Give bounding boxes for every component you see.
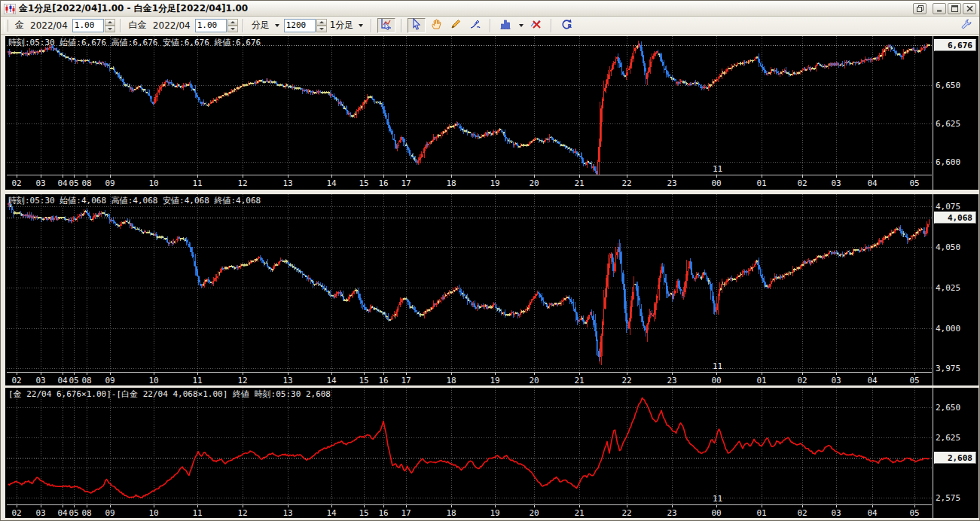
time-axis-tick <box>451 373 452 375</box>
restore-window-button[interactable] <box>913 3 927 14</box>
time-axis-tick <box>534 505 535 507</box>
time-axis-tick <box>288 373 289 375</box>
time-axis-label: 04 <box>57 508 67 518</box>
time-axis-tick <box>802 505 803 507</box>
delete-drawings-button[interactable] <box>527 18 545 33</box>
time-axis-label: 14 <box>326 508 336 518</box>
time-axis-label: 05 <box>909 508 919 518</box>
refresh-button[interactable]: R <box>557 18 575 33</box>
time-axis-label: 09 <box>105 178 114 188</box>
time-axis-label: 16 <box>378 376 388 385</box>
pencil-button[interactable] <box>447 18 465 33</box>
chevron-down-icon <box>275 24 279 27</box>
spread-chart-panel: [金 22/04 6,676×1.00]-[白金 22/04 4,068×1.0… <box>5 388 978 518</box>
pan-hand-button[interactable] <box>427 18 445 33</box>
toolbar: 金 2022/04 白金 2022/04 分足 1分足 <box>1 17 979 35</box>
time-axis-label: 10 <box>148 178 158 188</box>
time-axis-tick <box>87 175 87 178</box>
bar-count-stepper[interactable] <box>316 19 327 32</box>
time-axis-label: 04 <box>867 178 877 188</box>
spread-plot-area[interactable] <box>7 388 932 504</box>
time-axis-tick <box>762 373 762 375</box>
close-button[interactable] <box>963 3 976 14</box>
gold-multiplier-input[interactable] <box>72 19 104 32</box>
platinum-month-label[interactable]: 2022/04 <box>153 20 191 31</box>
time-axis-tick <box>872 175 873 178</box>
time-axis-tick <box>74 505 75 507</box>
svg-text:R: R <box>568 23 572 29</box>
time-axis-tick <box>74 175 75 178</box>
platinum-multiplier-stepper[interactable] <box>227 19 238 32</box>
time-axis-tick <box>63 175 63 178</box>
time-axis-tick <box>41 373 41 375</box>
app-candlestick-icon <box>4 3 16 14</box>
time-axis-label: 17 <box>401 508 411 518</box>
time-axis-tick <box>451 505 452 507</box>
time-axis-label: 04 <box>57 376 67 385</box>
delete-drawings-icon <box>530 18 542 32</box>
time-axis-tick <box>63 373 63 375</box>
price-axis-label: 3,975 <box>936 364 960 373</box>
time-axis-tick <box>914 373 915 375</box>
time-axis-label: 02 <box>11 178 21 188</box>
price-axis-label: 4,075 <box>936 202 960 212</box>
time-axis-label: 16 <box>378 508 388 518</box>
time-axis-label: 19 <box>490 376 499 385</box>
toolbar-separator <box>371 19 372 32</box>
time-axis-tick <box>762 175 762 178</box>
chart-cursor-button[interactable] <box>377 18 395 33</box>
time-axis-label: 20 <box>529 508 539 518</box>
time-axis-tick <box>197 175 198 178</box>
time-axis-tick <box>110 175 111 178</box>
gold-plot-area[interactable] <box>7 36 932 175</box>
time-axis-tick <box>627 505 627 507</box>
time-axis-label: 15 <box>359 178 368 188</box>
time-axis-label: 05 <box>69 178 78 188</box>
time-axis-tick <box>383 175 384 178</box>
time-axis-tick <box>579 175 580 178</box>
time-axis-label: 18 <box>446 376 456 385</box>
time-axis-label: 10 <box>148 376 158 385</box>
fountain-pen-button[interactable] <box>466 18 484 33</box>
gold-label: 金 <box>15 19 24 32</box>
time-axis-tick <box>914 505 915 507</box>
time-axis-label: 00 <box>711 376 721 385</box>
minimize-button[interactable] <box>933 3 946 14</box>
time-axis-label: 09 <box>105 508 114 518</box>
time-axis-tick <box>579 373 580 375</box>
gold-month-label[interactable]: 2022/04 <box>30 20 68 31</box>
interval-dropdown[interactable]: 1分足 <box>330 19 354 32</box>
price-axis-label: 6,625 <box>936 119 960 129</box>
chevron-down-icon <box>519 24 524 27</box>
title-bar[interactable]: 金1分足[2022/04]1.00 - 白金1分足[2022/04]1.00 <box>1 1 979 17</box>
platinum-current-price-box: 4,068 <box>934 212 976 224</box>
time-axis-tick <box>495 505 496 507</box>
time-axis-label: 08 <box>81 178 91 188</box>
toolbar-separator <box>551 19 552 32</box>
gold-current-price-box: 6,676 <box>934 39 976 51</box>
time-axis-label: 16 <box>378 178 388 188</box>
bar-count-input[interactable] <box>284 19 316 32</box>
time-axis-label: 08 <box>81 508 91 518</box>
select-arrow-icon <box>411 18 423 32</box>
time-axis-label: 04 <box>57 178 67 188</box>
time-axis-label: 20 <box>529 178 539 188</box>
settings-button[interactable] <box>957 18 975 33</box>
chart-type-dropdown-button[interactable] <box>516 18 526 33</box>
time-axis-tick <box>406 505 407 507</box>
chart-type-button[interactable] <box>496 18 514 33</box>
bar-type-dropdown[interactable]: 分足 <box>252 19 270 32</box>
maximize-button[interactable] <box>948 3 961 14</box>
toolbar-grip[interactable] <box>5 20 8 32</box>
time-axis-tick <box>534 175 535 178</box>
gold-multiplier-stepper[interactable] <box>105 19 115 32</box>
platinum-multiplier-input[interactable] <box>195 19 227 32</box>
time-axis-label: 21 <box>574 178 584 188</box>
time-axis-tick <box>495 373 496 375</box>
time-axis-tick <box>495 175 496 178</box>
time-axis-tick <box>154 505 154 507</box>
platinum-plot-area[interactable] <box>7 194 932 372</box>
select-arrow-button[interactable] <box>408 18 426 33</box>
price-axis-label: 2,575 <box>936 493 960 503</box>
time-axis-label: 19 <box>490 178 499 188</box>
